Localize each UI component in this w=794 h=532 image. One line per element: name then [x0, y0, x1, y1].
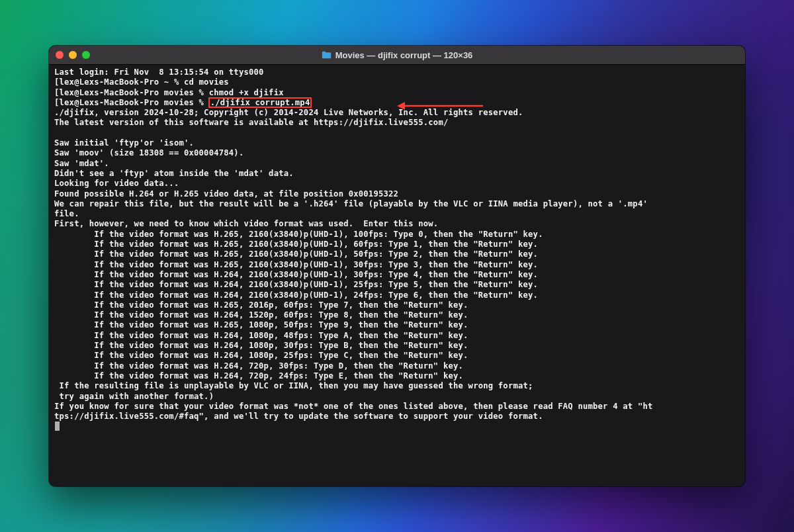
terminal-cursor — [55, 421, 60, 431]
folder-icon — [322, 51, 331, 59]
close-icon[interactable] — [56, 51, 64, 59]
minimize-icon[interactable] — [69, 51, 77, 59]
terminal-output[interactable]: Last login: Fri Nov 8 13:15:54 on ttys00… — [49, 65, 745, 486]
terminal-prompt: [lex@Lexs-MacBook-Pro movies % — [54, 98, 209, 107]
window-title: Movies — djifix corrupt — 120×36 — [49, 50, 745, 60]
highlighted-command: ./djifix corrupt.mp4 — [209, 98, 312, 107]
window-titlebar[interactable]: Movies — djifix corrupt — 120×36 — [49, 46, 745, 65]
maximize-icon[interactable] — [82, 51, 90, 59]
terminal-window: Movies — djifix corrupt — 120×36 Last lo… — [49, 46, 745, 486]
terminal-text: Last login: Fri Nov 8 13:15:54 on ttys00… — [54, 67, 653, 431]
window-title-text: Movies — djifix corrupt — 120×36 — [335, 50, 473, 60]
traffic-lights — [49, 51, 90, 59]
